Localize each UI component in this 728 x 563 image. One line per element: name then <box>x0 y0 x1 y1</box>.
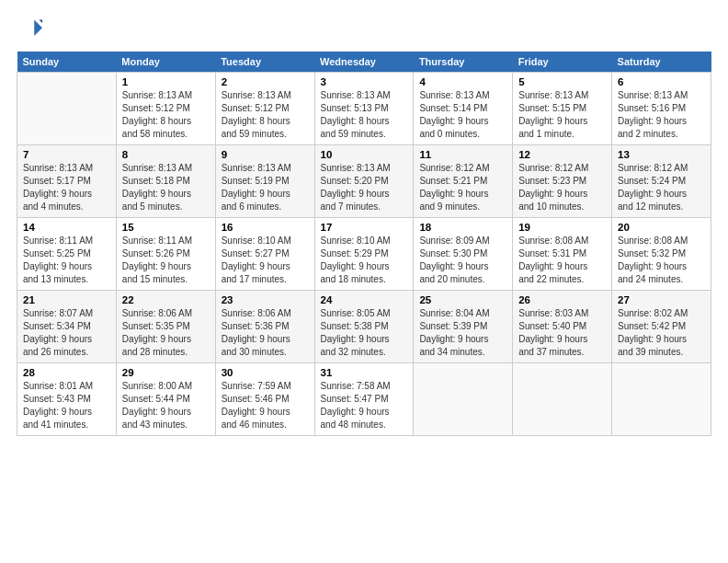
day-info: Sunrise: 8:12 AMSunset: 5:23 PMDaylight:… <box>518 162 606 213</box>
calendar-cell: 23Sunrise: 8:06 AMSunset: 5:36 PMDayligh… <box>215 291 314 363</box>
calendar-cell: 18Sunrise: 8:09 AMSunset: 5:30 PMDayligh… <box>414 218 513 291</box>
calendar-cell: 19Sunrise: 8:08 AMSunset: 5:31 PMDayligh… <box>513 218 612 291</box>
day-info: Sunrise: 8:13 AMSunset: 5:15 PMDaylight:… <box>518 89 606 141</box>
day-number: 21 <box>23 294 110 305</box>
day-info: Sunrise: 8:13 AMSunset: 5:20 PMDaylight:… <box>321 162 408 213</box>
calendar-cell: 5Sunrise: 8:13 AMSunset: 5:15 PMDaylight… <box>513 73 612 145</box>
header-tuesday: Tuesday <box>215 52 314 73</box>
day-info: Sunrise: 8:12 AMSunset: 5:24 PMDaylight:… <box>618 162 705 213</box>
header <box>17 17 711 42</box>
calendar-cell: 27Sunrise: 8:02 AMSunset: 5:42 PMDayligh… <box>612 291 711 363</box>
day-number: 3 <box>321 76 408 87</box>
day-info: Sunrise: 7:59 AMSunset: 5:46 PMDaylight:… <box>222 380 309 431</box>
calendar-cell <box>414 363 513 436</box>
header-thursday: Thursday <box>414 52 513 73</box>
day-number: 2 <box>222 76 309 87</box>
day-number: 15 <box>122 222 210 233</box>
day-info: Sunrise: 8:10 AMSunset: 5:29 PMDaylight:… <box>321 235 408 286</box>
day-number: 7 <box>23 149 110 160</box>
calendar-cell: 16Sunrise: 8:10 AMSunset: 5:27 PMDayligh… <box>215 218 314 291</box>
day-number: 12 <box>518 149 606 160</box>
calendar-cell: 30Sunrise: 7:59 AMSunset: 5:46 PMDayligh… <box>215 363 314 436</box>
calendar-week-1: 1Sunrise: 8:13 AMSunset: 5:12 PMDaylight… <box>17 73 711 145</box>
day-number: 1 <box>122 76 210 87</box>
day-number: 5 <box>518 76 606 87</box>
header-sunday: Sunday <box>17 52 117 73</box>
calendar-cell: 12Sunrise: 8:12 AMSunset: 5:23 PMDayligh… <box>513 145 612 218</box>
day-info: Sunrise: 8:04 AMSunset: 5:39 PMDaylight:… <box>419 307 506 359</box>
calendar-cell <box>612 363 711 436</box>
day-info: Sunrise: 8:01 AMSunset: 5:43 PMDaylight:… <box>23 380 110 431</box>
calendar-cell: 17Sunrise: 8:10 AMSunset: 5:29 PMDayligh… <box>314 218 414 291</box>
calendar-week-5: 28Sunrise: 8:01 AMSunset: 5:43 PMDayligh… <box>17 363 711 436</box>
calendar-cell: 9Sunrise: 8:13 AMSunset: 5:19 PMDaylight… <box>215 145 314 218</box>
day-info: Sunrise: 8:13 AMSunset: 5:14 PMDaylight:… <box>419 89 506 141</box>
day-number: 24 <box>321 294 408 305</box>
calendar-cell <box>513 363 612 436</box>
calendar-cell: 31Sunrise: 7:58 AMSunset: 5:47 PMDayligh… <box>314 363 414 436</box>
calendar-cell: 15Sunrise: 8:11 AMSunset: 5:26 PMDayligh… <box>116 218 215 291</box>
day-info: Sunrise: 8:03 AMSunset: 5:40 PMDaylight:… <box>518 307 606 359</box>
calendar-cell: 24Sunrise: 8:05 AMSunset: 5:38 PMDayligh… <box>314 291 414 363</box>
calendar-week-2: 7Sunrise: 8:13 AMSunset: 5:17 PMDaylight… <box>17 145 711 218</box>
svg-marker-1 <box>40 20 43 24</box>
day-number: 18 <box>419 222 506 233</box>
day-number: 13 <box>618 149 705 160</box>
day-number: 8 <box>122 149 210 160</box>
day-info: Sunrise: 8:13 AMSunset: 5:19 PMDaylight:… <box>222 162 309 213</box>
day-info: Sunrise: 8:07 AMSunset: 5:34 PMDaylight:… <box>23 307 110 359</box>
day-number: 23 <box>222 294 309 305</box>
header-saturday: Saturday <box>612 52 711 73</box>
calendar-cell: 22Sunrise: 8:06 AMSunset: 5:35 PMDayligh… <box>116 291 215 363</box>
logo-icon <box>17 17 42 42</box>
day-info: Sunrise: 8:08 AMSunset: 5:32 PMDaylight:… <box>618 235 705 286</box>
calendar-week-3: 14Sunrise: 8:11 AMSunset: 5:25 PMDayligh… <box>17 218 711 291</box>
day-number: 17 <box>321 222 408 233</box>
calendar-cell: 4Sunrise: 8:13 AMSunset: 5:14 PMDaylight… <box>414 73 513 145</box>
calendar-cell: 26Sunrise: 8:03 AMSunset: 5:40 PMDayligh… <box>513 291 612 363</box>
calendar-cell: 1Sunrise: 8:13 AMSunset: 5:12 PMDaylight… <box>116 73 215 145</box>
calendar-table: SundayMondayTuesdayWednesdayThursdayFrid… <box>17 52 711 436</box>
day-number: 26 <box>518 294 606 305</box>
day-number: 31 <box>321 367 408 378</box>
day-number: 4 <box>419 76 506 87</box>
day-number: 6 <box>618 76 705 87</box>
header-friday: Friday <box>513 52 612 73</box>
day-number: 27 <box>618 294 705 305</box>
day-info: Sunrise: 8:02 AMSunset: 5:42 PMDaylight:… <box>618 307 705 359</box>
calendar-cell: 21Sunrise: 8:07 AMSunset: 5:34 PMDayligh… <box>17 291 117 363</box>
calendar-cell: 14Sunrise: 8:11 AMSunset: 5:25 PMDayligh… <box>17 218 117 291</box>
day-info: Sunrise: 8:13 AMSunset: 5:16 PMDaylight:… <box>618 89 705 141</box>
calendar-cell: 6Sunrise: 8:13 AMSunset: 5:16 PMDaylight… <box>612 73 711 145</box>
calendar-cell <box>17 73 117 145</box>
calendar-cell: 25Sunrise: 8:04 AMSunset: 5:39 PMDayligh… <box>414 291 513 363</box>
calendar-cell: 3Sunrise: 8:13 AMSunset: 5:13 PMDaylight… <box>314 73 414 145</box>
calendar-cell: 7Sunrise: 8:13 AMSunset: 5:17 PMDaylight… <box>17 145 117 218</box>
calendar-cell: 29Sunrise: 8:00 AMSunset: 5:44 PMDayligh… <box>116 363 215 436</box>
calendar-cell: 11Sunrise: 8:12 AMSunset: 5:21 PMDayligh… <box>414 145 513 218</box>
calendar-header-row: SundayMondayTuesdayWednesdayThursdayFrid… <box>17 52 711 73</box>
calendar-cell: 13Sunrise: 8:12 AMSunset: 5:24 PMDayligh… <box>612 145 711 218</box>
day-info: Sunrise: 8:13 AMSunset: 5:18 PMDaylight:… <box>122 162 210 213</box>
day-info: Sunrise: 8:06 AMSunset: 5:36 PMDaylight:… <box>222 307 309 359</box>
day-info: Sunrise: 8:13 AMSunset: 5:12 PMDaylight:… <box>122 89 210 141</box>
day-number: 25 <box>419 294 506 305</box>
day-number: 28 <box>23 367 110 378</box>
day-number: 16 <box>222 222 309 233</box>
logo <box>17 17 46 42</box>
day-info: Sunrise: 7:58 AMSunset: 5:47 PMDaylight:… <box>321 380 408 431</box>
day-info: Sunrise: 8:10 AMSunset: 5:27 PMDaylight:… <box>222 235 309 286</box>
day-number: 22 <box>122 294 210 305</box>
calendar-week-4: 21Sunrise: 8:07 AMSunset: 5:34 PMDayligh… <box>17 291 711 363</box>
day-number: 19 <box>518 222 606 233</box>
day-number: 11 <box>419 149 506 160</box>
day-number: 9 <box>222 149 309 160</box>
calendar-cell: 8Sunrise: 8:13 AMSunset: 5:18 PMDaylight… <box>116 145 215 218</box>
day-info: Sunrise: 8:06 AMSunset: 5:35 PMDaylight:… <box>122 307 210 359</box>
day-info: Sunrise: 8:13 AMSunset: 5:12 PMDaylight:… <box>222 89 309 141</box>
day-info: Sunrise: 8:11 AMSunset: 5:25 PMDaylight:… <box>23 235 110 286</box>
day-info: Sunrise: 8:08 AMSunset: 5:31 PMDaylight:… <box>518 235 606 286</box>
day-number: 29 <box>122 367 210 378</box>
day-number: 10 <box>321 149 408 160</box>
day-info: Sunrise: 8:13 AMSunset: 5:17 PMDaylight:… <box>23 162 110 213</box>
